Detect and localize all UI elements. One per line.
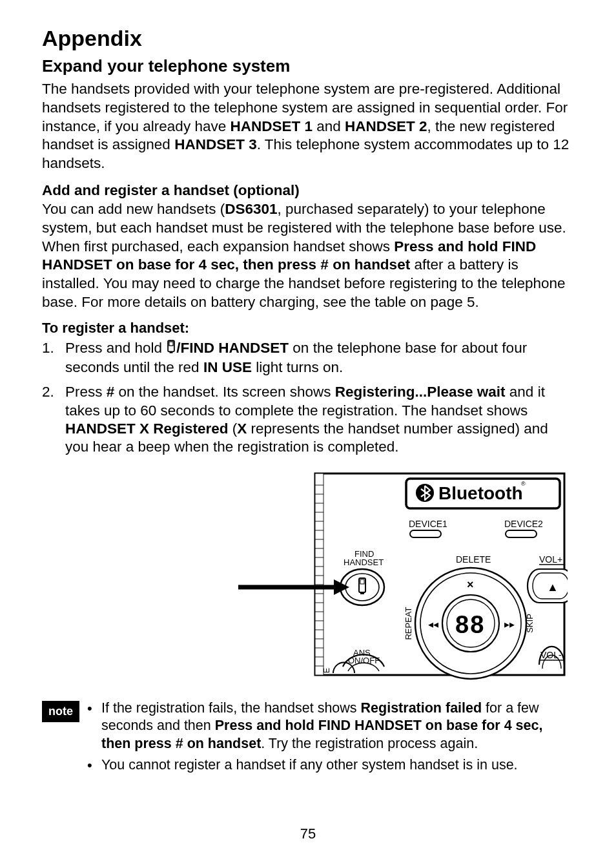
text: ( (229, 421, 238, 437)
step-number: 2. (42, 383, 65, 456)
in-use-label: IN USE (203, 359, 252, 375)
find-handset-label: /FIND HANDSET (176, 340, 289, 356)
device2-button[interactable] (506, 530, 537, 537)
text: If the registration fails, the handset s… (101, 700, 361, 716)
text: Press and hold (65, 340, 166, 356)
device1-button[interactable] (410, 530, 441, 537)
vol-up-button[interactable]: ▲ (528, 569, 568, 603)
delete-label: DELETE (456, 554, 491, 565)
x-icon: × (467, 578, 474, 591)
x-placeholder: X (237, 421, 247, 437)
page-title: Appendix (42, 26, 574, 51)
text: You can add new handsets ( (42, 201, 225, 217)
text: on the handset. Its screen shows (114, 384, 334, 400)
page-number: 75 (0, 826, 616, 842)
registration-failed-text: Registration failed (361, 700, 482, 716)
note-list: If the registration fails, the handset s… (87, 700, 574, 779)
text: You cannot register a handset if any oth… (101, 756, 518, 775)
note-item-1: If the registration fails, the handset s… (87, 700, 574, 753)
step-number: 1. (42, 339, 65, 377)
text: light turns on. (252, 359, 343, 375)
step-2: 2. Press # on the handset. Its screen sh… (42, 383, 574, 456)
text: . Try the registration process again. (261, 736, 478, 751)
add-paragraph: You can add new handsets (DS6301, purcha… (42, 200, 574, 312)
display-value: 88 (455, 611, 485, 638)
bluetooth-label: Bluetooth (438, 483, 523, 503)
handset2-label: HANDSET 2 (345, 118, 427, 134)
section-heading-add: Add and register a handset (optional) (42, 182, 574, 199)
svg-text:HANDSET: HANDSET (344, 557, 384, 567)
handset3-label: HANDSET 3 (174, 136, 257, 152)
rewind-icon: ◂◂ (428, 619, 438, 630)
handset1-label: HANDSET 1 (230, 118, 313, 134)
expand-paragraph: The handsets provided with your telephon… (42, 80, 574, 173)
text: Press (65, 384, 107, 400)
base-station-figure: Bluetooth ® DEVICE1 DEVICE2 FIND HANDSET… (42, 471, 574, 688)
model-number: DS6301 (225, 201, 277, 217)
note-badge: note (42, 701, 79, 722)
device1-label: DEVICE1 (409, 519, 447, 529)
skip-label: SKIP (525, 614, 535, 633)
repeat-label: REPEAT (404, 607, 413, 639)
svg-rect-4 (315, 473, 323, 675)
vol-plus-label: VOL+ (539, 554, 562, 565)
handset-x-registered: HANDSET X Registered (65, 421, 229, 437)
section-heading-expand: Expand your telephone system (42, 56, 574, 76)
svg-text:®: ® (521, 481, 526, 487)
note-item-2: You cannot register a handset if any oth… (87, 756, 574, 775)
register-heading: To register a handset: (42, 320, 574, 337)
svg-rect-35 (360, 592, 364, 594)
device2-label: DEVICE2 (504, 519, 543, 529)
bluetooth-icon (416, 484, 434, 502)
text: and (313, 118, 345, 134)
register-steps: 1. Press and hold /FIND HANDSET on the t… (42, 339, 574, 457)
up-arrow-icon: ▲ (547, 581, 559, 594)
svg-text:E: E (322, 668, 331, 673)
step-1: 1. Press and hold /FIND HANDSET on the t… (42, 339, 574, 377)
registering-text: Registering...Please wait (335, 384, 506, 400)
hash-key: # (107, 384, 115, 400)
svg-rect-1 (169, 342, 173, 346)
handset-icon (166, 340, 176, 359)
forward-icon: ▸▸ (504, 619, 515, 630)
svg-rect-2 (170, 351, 173, 353)
